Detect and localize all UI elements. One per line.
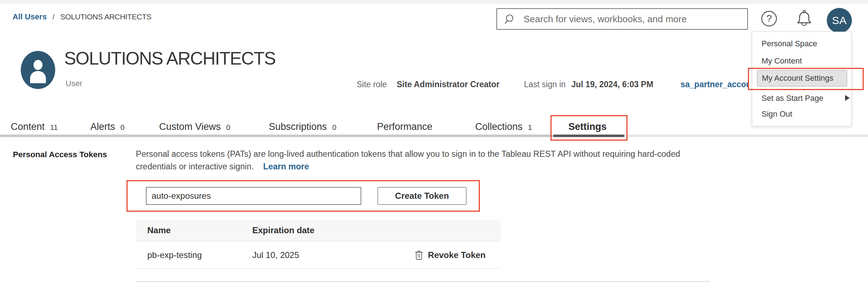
tab-count: 0 xyxy=(332,123,337,132)
tab-label: Content xyxy=(11,121,45,132)
column-header-expiration: Expiration date xyxy=(252,225,501,235)
menu-item-label: Set as Start Page xyxy=(762,94,823,103)
help-icon: ? xyxy=(761,10,777,27)
user-avatar xyxy=(21,51,55,89)
tab-collections[interactable]: Collections 1 xyxy=(475,121,532,132)
person-icon xyxy=(21,51,55,89)
page-title: SOLUTIONS ARCHITECTS xyxy=(64,48,276,69)
last-sign-in-value: Jul 19, 2024, 6:03 PM xyxy=(571,80,653,89)
revoke-token-button[interactable]: Revoke Token xyxy=(414,241,486,268)
tab-count: 0 xyxy=(120,123,125,132)
account-menu: Personal Space My Content My Account Set… xyxy=(752,32,852,126)
tab-custom-views[interactable]: Custom Views 0 xyxy=(159,121,230,132)
tabbar-divider-left xyxy=(0,135,554,137)
bell-icon xyxy=(796,9,813,28)
search-input[interactable] xyxy=(497,9,747,29)
tab-active-indicator xyxy=(553,135,624,137)
username-link[interactable]: sa_partner_accou xyxy=(681,80,748,89)
last-sign-in-label: Last sign in xyxy=(524,80,566,89)
account-avatar-button[interactable]: SA xyxy=(827,8,852,33)
pat-description: Personal access tokens (PATs) are long-l… xyxy=(136,148,709,173)
breadcrumb-separator: / xyxy=(52,13,54,21)
top-strip xyxy=(0,0,868,4)
tab-label: Alerts xyxy=(90,121,115,132)
trash-icon xyxy=(414,250,424,261)
menu-item-my-account-settings[interactable]: My Account Settings xyxy=(757,70,847,86)
breadcrumb: All Users / SOLUTIONS ARCHITECTS xyxy=(13,12,151,22)
token-name-input[interactable] xyxy=(146,187,361,205)
section-divider xyxy=(136,281,710,282)
tab-label: Collections xyxy=(475,121,523,132)
menu-item-set-as-start-page[interactable]: Set as Start Page xyxy=(762,94,848,103)
site-role-label: Site role xyxy=(357,80,387,89)
menu-item-sign-out[interactable]: Sign Out xyxy=(762,109,792,119)
help-button[interactable]: ? xyxy=(761,10,777,27)
breadcrumb-current: SOLUTIONS ARCHITECTS xyxy=(60,13,151,21)
notifications-button[interactable] xyxy=(796,9,813,28)
create-token-button[interactable]: Create Token xyxy=(377,187,467,205)
menu-item-personal-space[interactable]: Personal Space xyxy=(762,39,817,48)
learn-more-link[interactable]: Learn more xyxy=(263,162,309,171)
tab-alerts[interactable]: Alerts 0 xyxy=(90,121,125,132)
search-box[interactable] xyxy=(496,8,748,30)
site-role-value: Site Administrator Creator xyxy=(397,80,500,89)
svg-text:?: ? xyxy=(766,13,772,24)
revoke-token-label: Revoke Token xyxy=(428,250,486,260)
token-table: Name Expiration date pb-exp-testing Jul … xyxy=(136,220,501,269)
tabbar-divider-right xyxy=(624,135,868,137)
tab-count: 1 xyxy=(528,123,532,132)
token-name-cell: pb-exp-testing xyxy=(147,250,252,260)
avatar-initials: SA xyxy=(832,14,846,27)
tab-content[interactable]: Content 11 xyxy=(11,121,58,132)
pat-description-text: Personal access tokens (PATs) are long-l… xyxy=(136,149,680,171)
tab-performance[interactable]: Performance xyxy=(377,121,433,132)
tab-subscriptions[interactable]: Subscriptions 0 xyxy=(269,121,337,132)
personal-access-tokens-label: Personal Access Tokens xyxy=(13,150,107,159)
submenu-arrow-icon xyxy=(845,95,850,101)
tab-label: Subscriptions xyxy=(269,121,327,132)
token-table-header: Name Expiration date xyxy=(136,220,501,241)
tab-count: 0 xyxy=(226,123,230,132)
breadcrumb-all-users-link[interactable]: All Users xyxy=(13,12,47,22)
tab-label: Settings xyxy=(568,121,607,132)
tab-settings[interactable]: Settings xyxy=(568,121,607,132)
column-header-name: Name xyxy=(147,225,252,235)
tableau-user-settings-page: All Users / SOLUTIONS ARCHITECTS ? SA Pe… xyxy=(0,0,868,305)
tab-count: 11 xyxy=(50,123,58,132)
user-type-label: User xyxy=(66,79,82,88)
menu-item-label: My Account Settings xyxy=(762,74,833,83)
tab-label: Custom Views xyxy=(159,121,221,132)
menu-item-my-content[interactable]: My Content xyxy=(762,56,802,66)
token-table-row: pb-exp-testing Jul 10, 2025 Revoke Token xyxy=(136,241,501,269)
tab-label: Performance xyxy=(377,121,433,132)
